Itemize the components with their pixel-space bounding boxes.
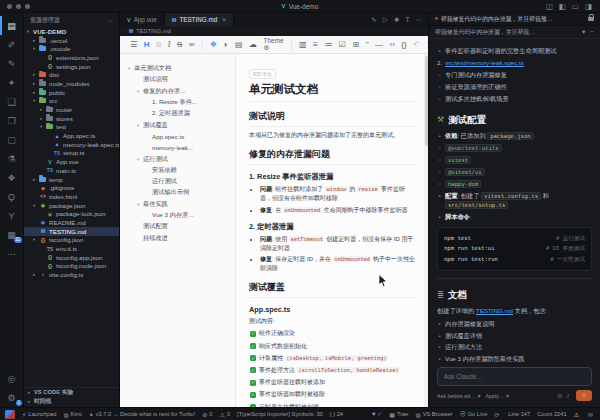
outline-item[interactable]: 1. Resize 事件... <box>120 97 235 108</box>
status-alert[interactable]: ⚠ <box>574 411 581 418</box>
status-kimi[interactable]: ◍Kimi <box>63 411 81 418</box>
status-launchpad[interactable]: ⚡Launchpad <box>22 411 56 418</box>
chevron-down-icon[interactable]: ▾ <box>582 28 585 36</box>
remote-explorer-icon[interactable]: ▦ 11 <box>0 225 24 244</box>
status-line[interactable]: Line 147 <box>508 411 530 417</box>
status-version-message[interactable]: ✦v3.7.0 → Decide what is next for Turbo! <box>89 411 196 418</box>
outline-item[interactable]: ▾ 运行测试 <box>120 153 235 164</box>
status-count[interactable]: Count 2241 <box>537 411 566 417</box>
tree-item[interactable]: ▸ router <box>24 105 119 114</box>
tree-item[interactable]: {} tsconfig.node.json <box>24 262 119 271</box>
toggle-secondary-sidebar-icon[interactable]: ◨ <box>585 2 592 11</box>
undo-icon[interactable]: ↶ <box>413 40 420 49</box>
outline-item[interactable]: ▾ 最佳实践 <box>120 199 235 210</box>
outline-item[interactable]: 运行测试 <box>120 176 235 187</box>
tree-item[interactable]: V App.vue <box>24 157 119 166</box>
tree-item[interactable]: ▸ .vercel <box>24 36 119 45</box>
outline-icon[interactable]: ☰ <box>130 40 137 49</box>
tree-item[interactable]: ▾ {} tsconfig.json <box>24 236 119 245</box>
status-feedback[interactable]: ✉ <box>588 411 595 418</box>
inline-code-icon[interactable]: ‹› <box>389 40 394 49</box>
strikethrough-icon[interactable]: S <box>177 40 182 49</box>
tab-app-vue[interactable]: V App.vue <box>120 13 165 26</box>
tree-item[interactable]: ▸ stores <box>24 114 119 123</box>
search-icon[interactable]: Ϙ <box>0 187 24 206</box>
status-heart[interactable]: ♥✓ <box>372 411 382 417</box>
explorer-icon[interactable]: ▤ <box>0 16 24 35</box>
account-icon[interactable]: ◎ <box>0 369 24 388</box>
tree-item[interactable]: ◆ .gitignore <box>24 183 119 192</box>
image-icon[interactable]: ▤ <box>235 40 243 49</box>
table-icon[interactable]: ⊞ <box>352 40 359 49</box>
outline-item[interactable]: ▾ 修复的内存泄... <box>120 86 235 97</box>
outline-item[interactable]: 测试配置 <box>120 221 235 232</box>
preview-icon[interactable]: ◗ <box>224 40 229 49</box>
link-icon[interactable]: ∞ <box>189 40 195 49</box>
permission-mode-dropdown[interactable]: Ask before ed…▾ <box>437 393 480 399</box>
status-errors[interactable]: ⊘0 <box>202 411 212 418</box>
chat-header[interactable]: * 帮我修复代码中的内存泄漏，并且帮我预… <box>429 13 600 26</box>
sidebar-section-header[interactable]: ▸ VS CODE 实验 <box>24 388 119 397</box>
chat-task-header[interactable]: 帮我修复代码中内存泄漏，并且帮我… ▾ − <box>429 26 600 39</box>
tree-item[interactable]: ▲ App.spec.ts <box>24 131 119 140</box>
outline-item[interactable]: App.spec.ts <box>120 131 235 142</box>
bold-icon[interactable]: B <box>156 40 161 49</box>
file-link[interactable]: src/test/memory-leak.spec.ts <box>445 58 524 68</box>
status-vs-browser[interactable]: ◍VS Browser <box>415 411 452 418</box>
outline-item[interactable]: Vue 3 内存泄... <box>120 210 235 221</box>
toggle-primary-sidebar-icon[interactable]: ◧ <box>559 2 566 11</box>
run-action-icon[interactable]: ▷ <box>383 16 388 24</box>
outline-item[interactable]: 持续改进 <box>120 232 235 243</box>
source-control-icon[interactable]: Y <box>0 206 24 225</box>
hr-icon[interactable]: — <box>375 40 383 49</box>
close-button[interactable] <box>7 4 12 9</box>
status-go-live[interactable]: ⦿Go Live <box>460 411 488 417</box>
status-refresh[interactable]: ⟳ <box>494 411 501 418</box>
toggle-bottom-panel-icon[interactable]: ▭ <box>572 2 579 11</box>
explorer-more-icon[interactable]: ⋯ <box>107 17 113 24</box>
outline-item[interactable]: ▾ 单元测试文档 <box>120 63 235 74</box>
italic-icon[interactable]: I <box>168 40 171 49</box>
settings-gear-icon[interactable]: ⚙ 1 <box>0 388 24 407</box>
mention-icon[interactable]: ⊙ <box>557 392 562 399</box>
flask-icon[interactable]: ⚗ <box>0 149 24 168</box>
status-warnings[interactable]: ⚠0 <box>220 411 231 418</box>
text-size-action-icon[interactable]: T <box>406 16 410 23</box>
code-block-icon[interactable]: {} <box>401 40 406 49</box>
export-icon[interactable]: ▥ <box>299 40 307 49</box>
tree-item[interactable]: ▸ public <box>24 88 119 97</box>
tree-item[interactable]: ▸ temp <box>24 175 119 184</box>
apply-mode-dropdown[interactable]: Apply…▾ <box>485 393 509 399</box>
heading-icon[interactable]: H <box>144 40 150 49</box>
tree-item[interactable]: {} settings.json <box>24 62 119 71</box>
tree-item[interactable]: {} tsconfig.app.json <box>24 253 119 262</box>
close-tab-icon[interactable]: × <box>222 16 226 23</box>
tree-item[interactable]: <> index.html <box>24 192 119 201</box>
sidebar-section-header[interactable]: ▸ 时间线 <box>24 397 119 406</box>
tree-item[interactable]: ▾ VUE-DEMO <box>24 27 119 36</box>
toolbar-separator[interactable]: | <box>201 40 203 50</box>
edit-icon[interactable]: ✎ <box>0 54 24 73</box>
ask-claude-input[interactable]: Ask Claude... <box>437 367 592 386</box>
status-brackets[interactable]: { } 24 <box>330 411 343 417</box>
outline-item[interactable]: memory-leak... <box>120 142 235 153</box>
more-actions-icon[interactable]: ⋯ <box>416 16 423 24</box>
ordered-list-icon[interactable]: ≔ <box>324 40 332 49</box>
cloud-sync-icon[interactable]: ☁ <box>249 40 257 49</box>
vscode-icon[interactable]: ❖ <box>210 40 217 49</box>
tree-item[interactable]: TS env.d.ts <box>24 244 119 253</box>
chat-messages[interactable]: •事件监听器和定时器的完整生命周期测试 2. src/test/memory-l… <box>429 39 600 364</box>
zoom-button[interactable] <box>25 4 30 9</box>
tree-item[interactable]: ▾ .vscode <box>24 44 119 53</box>
tree-item[interactable]: ◉ package-lock.json <box>24 209 119 218</box>
more-icon[interactable]: ⋯ <box>0 244 24 263</box>
send-button[interactable]: ↑ <box>576 390 592 401</box>
slash-command-icon[interactable]: / <box>567 393 569 399</box>
ai-sparkle-icon[interactable]: ✦ <box>0 73 24 92</box>
task-list-icon[interactable]: ☑ <box>339 40 346 49</box>
tree-item[interactable]: ▾ src <box>24 97 119 106</box>
tree-item[interactable]: ▸ ⚡ vite.config.ts <box>24 270 119 279</box>
status-trae[interactable]: ▦Trae <box>389 411 408 418</box>
toolbar-separator[interactable]: | <box>290 40 292 50</box>
theme-button[interactable]: Theme ⚙ <box>263 37 283 52</box>
